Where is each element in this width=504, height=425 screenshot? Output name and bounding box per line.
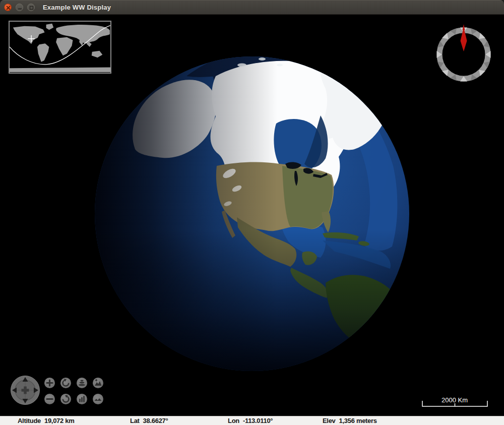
maximize-button[interactable]	[27, 4, 35, 11]
pan-control[interactable]	[10, 375, 40, 405]
plus-icon	[44, 378, 55, 388]
elevation-field: Elev1,356 meters	[323, 416, 377, 425]
longitude-label: Lon	[228, 417, 239, 424]
bars-icon	[77, 394, 87, 404]
vertical-exaggeration-down-button[interactable]	[93, 394, 103, 404]
minimize-button[interactable]	[16, 4, 23, 11]
status-bar: Altitude19,072 km Lat38.6627° Lon-113.01…	[0, 416, 504, 425]
mountain-plus-icon	[93, 378, 103, 388]
compass-icon[interactable]	[435, 22, 492, 82]
field-of-view-button[interactable]	[77, 394, 87, 404]
title-bar[interactable]: Example WW Display	[0, 0, 504, 15]
close-button[interactable]	[4, 4, 12, 11]
scale-label: 2000 Km	[442, 396, 468, 404]
altitude-field: Altitude19,072 km	[18, 416, 74, 425]
heading-clockwise-button[interactable]	[60, 394, 71, 404]
world-window-canvas[interactable]: 2000 Km	[0, 15, 504, 416]
world-map-icon	[10, 22, 110, 73]
window-title: Example WW Display	[43, 4, 111, 11]
longitude-value: -113.0110°	[243, 417, 273, 424]
maximize-icon	[28, 4, 35, 12]
hills-icon	[93, 394, 103, 404]
latitude-field: Lat38.6627°	[130, 416, 168, 425]
world-map-overlay[interactable]	[9, 21, 111, 74]
elevation-value: 1,356 meters	[339, 417, 377, 424]
latitude-label: Lat	[130, 417, 140, 424]
globe-surface	[95, 48, 409, 371]
altitude-value: 19,072 km	[44, 417, 74, 424]
pitch-up-button[interactable]	[77, 378, 87, 388]
tilt-stack-icon	[77, 378, 87, 388]
zoom-in-button[interactable]	[44, 378, 55, 388]
scale-bar: 2000 Km	[418, 389, 494, 410]
minimize-icon	[16, 4, 24, 12]
longitude-field: Lon-113.0110°	[228, 416, 273, 425]
globe-view[interactable]	[0, 15, 504, 416]
elevation-label: Elev	[323, 417, 336, 424]
rotate-ccw-icon	[60, 378, 71, 388]
heading-counterclockwise-button[interactable]	[60, 378, 71, 388]
app-window: Example WW Display	[0, 0, 504, 425]
rotate-cw-icon	[60, 394, 71, 404]
zoom-out-button[interactable]	[44, 394, 55, 404]
latitude-value: 38.6627°	[143, 417, 168, 424]
vertical-exaggeration-up-button[interactable]	[93, 378, 103, 388]
minus-icon	[44, 394, 55, 404]
close-icon	[5, 4, 12, 12]
altitude-label: Altitude	[18, 417, 41, 424]
